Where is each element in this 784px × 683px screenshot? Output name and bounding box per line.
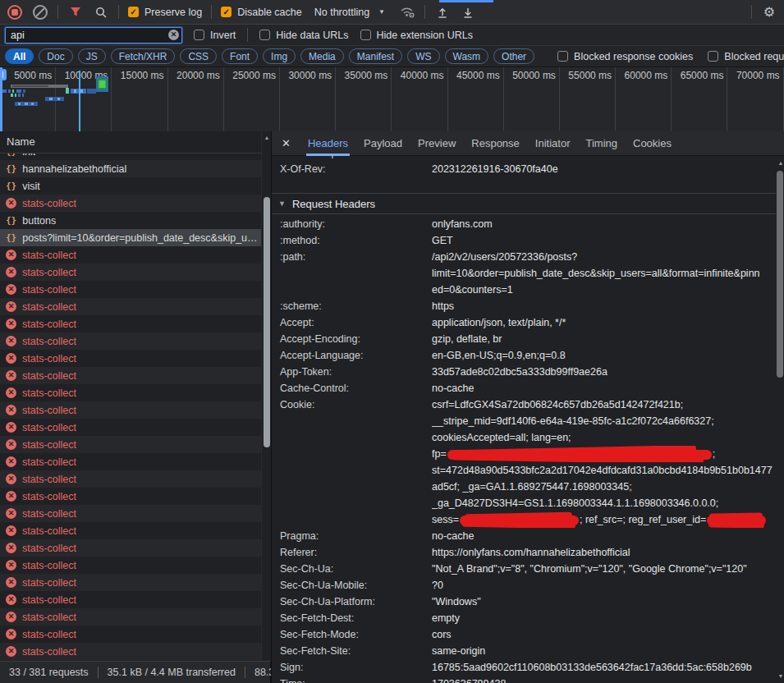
tab-initiator[interactable]: Initiator <box>535 131 571 156</box>
overview-selection-handle-grip[interactable] <box>0 69 7 80</box>
request-row[interactable]: ✕stats-collect <box>0 574 261 591</box>
hide-data-urls-checkbox[interactable]: Hide data URLs <box>259 30 348 41</box>
filter-pill-ws[interactable]: WS <box>407 48 439 64</box>
request-row[interactable]: ✕stats-collect <box>0 505 261 522</box>
header-row: Sign:16785:5aad9602cf110608b03133de56364… <box>272 659 776 676</box>
filter-toggle-button[interactable] <box>67 4 84 21</box>
filter-pill-manifest[interactable]: Manifest <box>349 48 402 64</box>
request-name: stats-collect <box>22 560 76 571</box>
record-button[interactable] <box>7 4 23 21</box>
filter-pill-img[interactable]: Img <box>263 48 296 64</box>
header-row: Sec-Ch-Ua:"Not_A Brand";v="8", "Chromium… <box>272 561 776 577</box>
request-row[interactable]: ✕stats-collect <box>0 195 261 212</box>
header-value-text: ad5cf; _ga=GA1.1.689275447.1698003345; <box>432 481 632 493</box>
request-row[interactable]: ✕stats-collect <box>0 350 261 367</box>
header-name: Sec-Ch-Ua-Platform: <box>272 594 432 610</box>
preserve-log-checkbox[interactable]: ✓ Preserve log <box>128 7 202 18</box>
tab-cookies[interactable]: Cookies <box>633 131 672 156</box>
request-row[interactable]: ✕stats-collect <box>0 246 261 264</box>
header-value-text: 1703636799438 <box>432 678 506 683</box>
tab-preview[interactable]: Preview <box>418 131 456 156</box>
type-checkbox-0[interactable]: Blocked response cookies <box>557 51 693 62</box>
request-row[interactable]: ✕stats-collect <box>0 557 261 574</box>
request-row[interactable]: ✕stats-collect <box>0 470 261 488</box>
scroll-down-icon[interactable]: ▼ <box>776 672 784 681</box>
type-checkbox-1[interactable]: Blocked requests <box>708 51 784 62</box>
error-icon: ✕ <box>6 577 16 588</box>
tab-response[interactable]: Response <box>471 131 520 156</box>
header-name: Accept-Encoding: <box>272 331 432 347</box>
tab-headers[interactable]: Headers <box>308 131 348 156</box>
request-row[interactable]: ✕stats-collect <box>0 367 261 384</box>
request-row[interactable]: ✕stats-collect <box>0 332 261 350</box>
disable-cache-checkbox[interactable]: ✓ Disable cache <box>221 7 302 18</box>
request-row[interactable]: ✕stats-collect <box>0 281 261 298</box>
request-row[interactable]: ✕stats-collect <box>0 419 261 436</box>
request-row[interactable]: ✕stats-collect <box>0 539 261 557</box>
request-row[interactable]: {}init <box>0 153 261 160</box>
clear-button[interactable] <box>32 4 48 21</box>
request-row[interactable]: ✕stats-collect <box>0 298 261 315</box>
hide-extension-urls-checkbox[interactable]: Hide extension URLs <box>360 30 473 41</box>
request-row[interactable]: ✕stats-collect <box>0 264 261 281</box>
request-name: stats-collect <box>22 491 76 502</box>
close-icon[interactable]: ✕ <box>282 137 291 149</box>
import-har-button[interactable] <box>434 4 451 21</box>
request-row[interactable]: ✕stats-collect <box>0 488 261 505</box>
error-icon: ✕ <box>6 456 16 467</box>
filter-input[interactable] <box>5 27 182 44</box>
search-button[interactable] <box>93 4 109 21</box>
tab-payload[interactable]: Payload <box>364 131 402 156</box>
request-row[interactable]: {}hannahelizabethofficial <box>0 160 261 177</box>
error-icon: ✕ <box>6 370 16 381</box>
filter-pill-other[interactable]: Other <box>493 48 534 64</box>
request-row[interactable]: ✕stats-collect <box>0 591 261 608</box>
headers-tab-content: X-Frame-Options:DENYX-Of-Rev:20231226191… <box>272 156 776 683</box>
export-har-button[interactable] <box>460 4 476 21</box>
request-row[interactable]: ✕stats-collect <box>0 608 261 626</box>
request-row[interactable]: ✕stats-collect <box>0 453 261 470</box>
header-value: no-cache <box>432 528 776 544</box>
request-row[interactable]: {}buttons <box>0 212 261 229</box>
request-headers-section-toggle[interactable]: ▼ Request Headers <box>272 194 776 213</box>
request-row[interactable]: {}posts?limit=10&order=publish_date_desc… <box>0 229 261 246</box>
filter-pill-wasm[interactable]: Wasm <box>445 48 489 64</box>
request-row[interactable]: {}visit <box>0 177 261 195</box>
request-row[interactable]: ✕stats-collect <box>0 643 261 660</box>
filter-pill-media[interactable]: Media <box>300 48 344 64</box>
network-overview-timeline[interactable]: 5000 ms10000 ms15000 ms20000 ms25000 ms3… <box>0 67 784 132</box>
request-row[interactable]: ✕stats-collect <box>0 315 261 332</box>
network-conditions-button[interactable] <box>399 4 415 21</box>
error-icon: ✕ <box>6 387 16 398</box>
filter-pill-css[interactable]: CSS <box>180 48 217 64</box>
request-row[interactable]: ✕stats-collect <box>0 401 261 419</box>
throttling-dropdown[interactable]: No throttling ▼ <box>314 7 385 18</box>
request-row[interactable]: ✕stats-collect <box>0 436 261 453</box>
header-value-text: no-cache <box>432 530 474 542</box>
header-name: :method: <box>272 232 432 249</box>
scroll-up-icon[interactable]: ▲ <box>776 159 784 167</box>
chevron-down-icon: ▼ <box>378 8 385 16</box>
request-row[interactable]: ✕stats-collect <box>0 384 261 401</box>
settings-button[interactable]: ⚙ <box>761 4 777 21</box>
request-name: stats-collect <box>22 284 76 296</box>
filter-pill-all[interactable]: All <box>5 48 34 64</box>
filter-pill-fetch-xhr[interactable]: Fetch/XHR <box>111 48 176 64</box>
filter-pill-doc[interactable]: Doc <box>39 48 72 64</box>
header-name: Time: <box>272 676 432 683</box>
scrollbar-thumb[interactable] <box>264 197 270 447</box>
header-name: X-Of-Rev: <box>272 161 432 177</box>
clear-filter-icon[interactable]: ✕ <box>168 30 179 40</box>
request-row[interactable]: ✕stats-collect <box>0 522 261 539</box>
name-column-header[interactable]: Name <box>0 131 261 154</box>
tab-timing[interactable]: Timing <box>585 131 617 156</box>
request-row[interactable]: ✕stats-collect <box>0 626 261 643</box>
invert-checkbox[interactable]: Invert <box>194 30 236 41</box>
scrollbar-thumb[interactable] <box>777 171 783 378</box>
filter-pill-js[interactable]: JS <box>78 48 106 64</box>
details-scrollbar[interactable]: ▲ ▼ <box>776 156 784 683</box>
type-checkbox-label: Blocked requests <box>724 51 784 62</box>
request-name: stats-collect <box>22 456 76 468</box>
header-value-text: cors <box>432 629 452 640</box>
filter-pill-font[interactable]: Font <box>222 48 258 64</box>
